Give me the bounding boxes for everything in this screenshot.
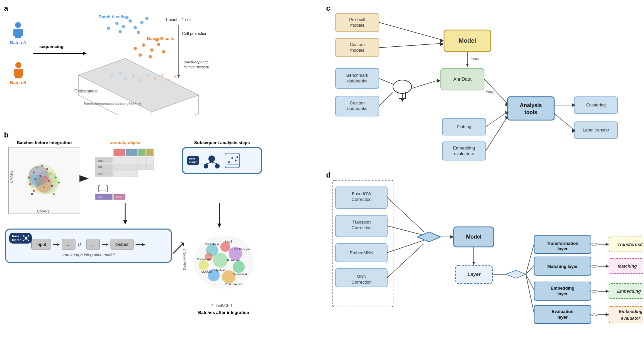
panel-b-label: b [4,131,8,139]
svg-marker-265 [606,265,609,268]
svg-marker-184 [400,98,404,102]
svg-point-76 [31,193,33,195]
batches-after-plot: Endothelial T cell MS Pericyte Osteoclas… [182,229,265,309]
svg-rect-91 [114,164,125,170]
svg-text:Correction: Correction [352,280,372,285]
panel-c-diagram: Pre-built models Custom models Model inp… [326,3,643,163]
svg-text:Correction: Correction [352,225,372,230]
svg-text:Myoblast: Myoblast [214,269,227,272]
svg-marker-107 [123,220,127,225]
transmorph-model-box: transmorph Input ... [5,229,172,263]
svg-line-204 [486,117,507,151]
svg-point-18 [122,25,125,28]
svg-point-44 [167,79,170,81]
svg-point-22 [119,30,122,33]
svg-text:Analysis: Analysis [520,102,542,108]
svg-line-167 [379,22,442,40]
svg-text:Custom: Custom [350,42,365,47]
arrow-down-to-model [120,203,130,225]
svg-point-38 [124,77,127,80]
svg-line-244 [526,274,534,290]
svg-marker-122 [106,243,109,246]
ellipsis-box1: ... [62,239,75,250]
svg-text:UMAP2: UMAP2 [9,170,13,183]
svg-text:databanks: databanks [347,106,367,111]
svg-text:Evaluation: Evaluation [552,309,574,314]
svg-text:layer: layer [558,246,568,251]
svg-point-28 [142,43,145,47]
svg-text:MNN: MNN [357,274,367,279]
svg-text:AnnData: AnnData [453,76,472,82]
svg-line-202 [486,112,507,127]
svg-rect-2 [13,29,16,36]
svg-line-188 [379,92,393,106]
output-arrow [136,242,146,247]
svg-text:EmbedMNN: EmbedMNN [350,250,374,255]
svg-point-68 [38,183,40,185]
svg-point-142 [220,242,230,252]
svg-rect-3 [20,29,23,36]
batch-a-figure: Batch A [10,22,26,45]
batch-b-label: Batch B [10,80,26,85]
anndata-grid-svg: obs var uns {...} varp varm [93,147,157,207]
svg-line-119 [78,243,79,247]
svg-marker-230 [417,232,441,242]
svg-point-23 [125,16,129,19]
svg-point-39 [132,74,135,77]
svg-text:evaluators: evaluators [454,151,474,156]
pipeline-arrow-2 [102,242,109,247]
svg-text:Batch-independent factors (hid: Batch-independent factors (hidden) [83,102,141,106]
svg-text:Plotting: Plotting [457,124,471,129]
svg-rect-87 [126,157,138,163]
svg-text:input: input [471,56,480,61]
svg-text:EmbedMNN-2: EmbedMNN-2 [183,249,187,270]
svg-marker-186 [437,79,440,83]
svg-marker-139 [217,224,221,228]
svg-line-229 [387,244,424,278]
svg-text:Custom: Custom [350,100,365,105]
svg-text:Chondrocyte: Chondrocyte [225,283,242,286]
svg-point-17 [115,22,119,25]
svg-point-144 [233,261,245,273]
svg-rect-93 [138,164,146,170]
svg-point-16 [107,27,110,30]
svg-marker-124 [142,243,146,246]
batch-b-figure: Batch B [10,62,26,85]
svg-rect-81 [114,149,125,156]
platform-3d-diagram: Batch A cells Batch B cells Cell project… [68,8,209,115]
svg-text:Endothelial: Endothelial [205,243,220,246]
svg-marker-168 [440,39,444,43]
ellipsis-box2: ... [86,239,100,250]
svg-line-226 [387,198,424,232]
input-box: Input [31,239,51,250]
svg-text:Osteoclast: Osteoclast [197,258,211,261]
svg-text:Transport: Transport [352,220,371,225]
svg-line-169 [379,43,442,48]
svg-text:FusedGW: FusedGW [352,191,372,196]
svg-line-130 [206,162,212,164]
svg-text:Omics space: Omics space [74,89,98,93]
svg-text:Benchmark: Benchmark [346,73,368,78]
svg-text:Model: Model [466,234,481,240]
network-icon [203,152,220,169]
anndata-section: anndata object obs [93,140,157,208]
svg-point-25 [145,17,149,20]
svg-text:Embedding: Embedding [617,289,641,294]
svg-point-42 [154,77,157,80]
svg-text:evaluator: evaluator [621,316,641,321]
transmorph-logo-small: transmorph [187,156,199,165]
svg-rect-88 [138,157,146,163]
svg-point-149 [213,253,228,268]
svg-point-71 [51,185,53,187]
svg-rect-86 [114,157,125,163]
svg-point-66 [34,178,36,180]
svg-point-134 [231,157,233,159]
svg-rect-7 [20,69,23,76]
svg-point-127 [208,155,215,162]
svg-text:Transformation: Transformation [617,242,643,247]
svg-text:obs: obs [98,159,103,162]
svg-point-36 [111,74,113,76]
svg-line-15 [152,113,199,115]
svg-point-27 [134,47,137,50]
pipeline-arrow-1 [53,242,60,247]
